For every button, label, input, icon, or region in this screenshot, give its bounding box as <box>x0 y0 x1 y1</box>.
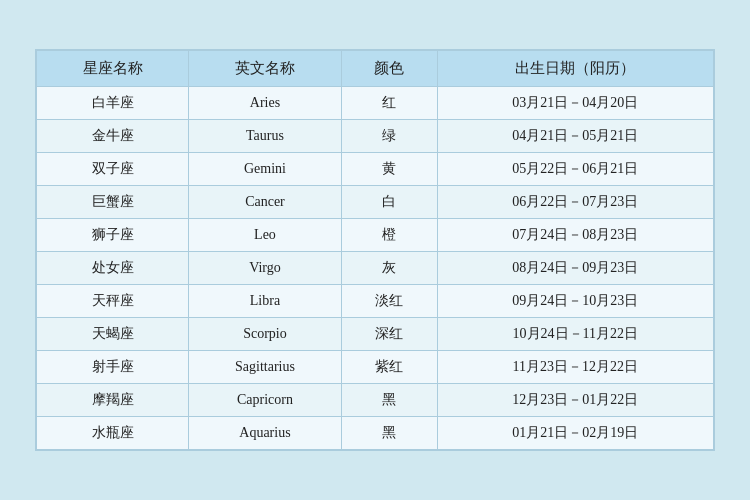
cell-english-name: Scorpio <box>189 318 341 351</box>
cell-date: 10月24日－11月22日 <box>437 318 713 351</box>
header-color: 颜色 <box>341 51 437 87</box>
zodiac-table-container: 星座名称 英文名称 颜色 出生日期（阳历） 白羊座Aries红03月21日－04… <box>35 49 715 451</box>
cell-english-name: Leo <box>189 219 341 252</box>
cell-chinese-name: 狮子座 <box>37 219 189 252</box>
cell-chinese-name: 白羊座 <box>37 87 189 120</box>
cell-color: 淡红 <box>341 285 437 318</box>
cell-date: 04月21日－05月21日 <box>437 120 713 153</box>
cell-color: 白 <box>341 186 437 219</box>
cell-chinese-name: 处女座 <box>37 252 189 285</box>
cell-color: 橙 <box>341 219 437 252</box>
table-row: 天蝎座Scorpio深红10月24日－11月22日 <box>37 318 714 351</box>
cell-color: 黑 <box>341 384 437 417</box>
cell-chinese-name: 双子座 <box>37 153 189 186</box>
cell-chinese-name: 摩羯座 <box>37 384 189 417</box>
cell-color: 深红 <box>341 318 437 351</box>
cell-english-name: Capricorn <box>189 384 341 417</box>
header-chinese-name: 星座名称 <box>37 51 189 87</box>
table-row: 金牛座Taurus绿04月21日－05月21日 <box>37 120 714 153</box>
table-row: 巨蟹座Cancer白06月22日－07月23日 <box>37 186 714 219</box>
table-row: 狮子座Leo橙07月24日－08月23日 <box>37 219 714 252</box>
table-row: 处女座Virgo灰08月24日－09月23日 <box>37 252 714 285</box>
cell-date: 05月22日－06月21日 <box>437 153 713 186</box>
cell-chinese-name: 射手座 <box>37 351 189 384</box>
cell-english-name: Taurus <box>189 120 341 153</box>
header-english-name: 英文名称 <box>189 51 341 87</box>
cell-date: 07月24日－08月23日 <box>437 219 713 252</box>
cell-date: 06月22日－07月23日 <box>437 186 713 219</box>
cell-english-name: Sagittarius <box>189 351 341 384</box>
cell-date: 08月24日－09月23日 <box>437 252 713 285</box>
table-row: 射手座Sagittarius紫红11月23日－12月22日 <box>37 351 714 384</box>
cell-chinese-name: 天蝎座 <box>37 318 189 351</box>
zodiac-table: 星座名称 英文名称 颜色 出生日期（阳历） 白羊座Aries红03月21日－04… <box>36 50 714 450</box>
cell-date: 01月21日－02月19日 <box>437 417 713 450</box>
table-row: 摩羯座Capricorn黑12月23日－01月22日 <box>37 384 714 417</box>
cell-date: 11月23日－12月22日 <box>437 351 713 384</box>
cell-english-name: Libra <box>189 285 341 318</box>
table-row: 水瓶座Aquarius黑01月21日－02月19日 <box>37 417 714 450</box>
cell-date: 09月24日－10月23日 <box>437 285 713 318</box>
cell-english-name: Aquarius <box>189 417 341 450</box>
cell-english-name: Gemini <box>189 153 341 186</box>
table-row: 天秤座Libra淡红09月24日－10月23日 <box>37 285 714 318</box>
table-row: 双子座Gemini黄05月22日－06月21日 <box>37 153 714 186</box>
cell-color: 灰 <box>341 252 437 285</box>
cell-english-name: Virgo <box>189 252 341 285</box>
cell-date: 12月23日－01月22日 <box>437 384 713 417</box>
table-header-row: 星座名称 英文名称 颜色 出生日期（阳历） <box>37 51 714 87</box>
cell-chinese-name: 天秤座 <box>37 285 189 318</box>
cell-color: 紫红 <box>341 351 437 384</box>
table-body: 白羊座Aries红03月21日－04月20日金牛座Taurus绿04月21日－0… <box>37 87 714 450</box>
cell-english-name: Cancer <box>189 186 341 219</box>
cell-color: 黄 <box>341 153 437 186</box>
cell-chinese-name: 水瓶座 <box>37 417 189 450</box>
cell-chinese-name: 巨蟹座 <box>37 186 189 219</box>
cell-color: 红 <box>341 87 437 120</box>
cell-color: 绿 <box>341 120 437 153</box>
cell-color: 黑 <box>341 417 437 450</box>
header-date: 出生日期（阳历） <box>437 51 713 87</box>
cell-date: 03月21日－04月20日 <box>437 87 713 120</box>
cell-chinese-name: 金牛座 <box>37 120 189 153</box>
table-row: 白羊座Aries红03月21日－04月20日 <box>37 87 714 120</box>
cell-english-name: Aries <box>189 87 341 120</box>
